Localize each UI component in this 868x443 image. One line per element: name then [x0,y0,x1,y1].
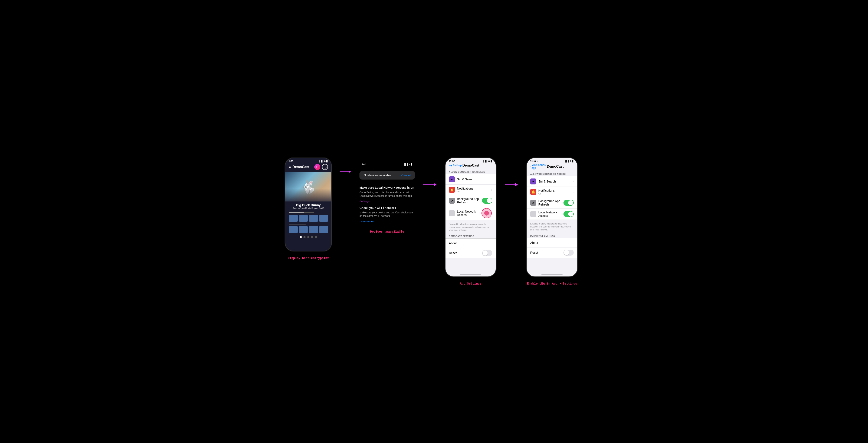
thumbnail-7[interactable] [309,226,318,233]
info-box: Make sure Local Network Access is on Go … [360,184,415,225]
step3: 11:57 ↑ ▐▐▐ ⊛ ▊ ‹ ◀ Settings DemoCast [445,158,496,285]
row-about-4[interactable]: About › [527,238,577,248]
section-allow-3: ALLOW DEMOCAST TO ACCESS [445,169,496,174]
hamburger-icon[interactable]: ≡ [289,165,291,169]
chevron-about-3: › [491,242,492,245]
reset-label-4: Reset [530,251,563,254]
row-content-siri-3: Siri & Search [457,178,491,181]
notifications-icon-4: 🔔 [530,189,536,195]
section-allow-4: ALLOW DEMOCAST TO ACCESS [527,171,577,176]
row-notifications-4[interactable]: 🔔 Notifications Off › [527,187,577,197]
lna-toggle-4[interactable] [563,211,574,217]
status-icons-dark: ▐▐▐ ⊛ ▊ [403,163,413,165]
wifi-dark: ⊛ [408,163,410,165]
learn-more-link[interactable]: Learn more [360,220,415,223]
back-button-4[interactable]: ‹ ◀ DemoCast app [530,164,547,169]
settings-list-allow-3: ✦ Siri & Search › 🔔 Notifications Off › [445,174,496,220]
lna-toggle-area-3[interactable] [481,209,492,218]
settings-list-democast-4: About › Reset [527,238,577,258]
iphone-democast: 9:41 ▐▐▐ ⊛ ▊ ≡ DemoCast ⊡ ◯ 🐇 [285,158,332,251]
back-chevron-4: ‹ [530,165,531,168]
bg-refresh-label-3: Background App Refresh [457,197,482,204]
reset-toggle-3[interactable] [482,250,492,256]
chevron-notif-4: › [572,190,574,194]
thumbnail-8[interactable] [319,226,328,233]
arrow-line-3 [505,184,515,185]
arrow-1 [340,170,351,173]
cancel-button[interactable]: Cancel [401,173,410,177]
status-icons-1: ▐▐▐ ⊛ ▊ [319,160,328,162]
status-icons-4: ▐▐▐ ⊛ ▊ [564,160,574,162]
row-content-bg-4: Background App Refresh [538,199,563,206]
arrow-3 [505,183,518,186]
dot-5[interactable] [315,236,317,238]
profile-icon[interactable]: ◯ [322,164,328,170]
status-left-3: 11:57 ↑ [449,160,457,162]
thumbnail-1[interactable] [289,215,298,222]
back-button-3[interactable]: ‹ ◀ Settings [449,164,462,167]
signal-icon: ▐▐▐ [319,160,323,162]
play-button[interactable]: ▶ [305,183,312,190]
time-2: 9:41 [362,163,366,165]
dot-1[interactable] [300,236,302,238]
settings-list-allow-4: ✦ Siri & Search › 🔔 Notifications Off › [527,176,577,220]
lna-label-3: Local Network Access [457,210,481,217]
cast-icon[interactable]: ⊡ [314,164,320,170]
siri-label-3: Siri & Search [457,178,491,181]
row-about-3[interactable]: About › [445,239,496,248]
settings-link[interactable]: Settings [360,199,415,203]
wifi-4: ⊛ [569,160,571,162]
reset-label-3: Reset [449,251,482,255]
thumbnail-5[interactable] [289,226,298,233]
row-reset-3[interactable]: Reset [445,248,496,258]
row-siri-3[interactable]: ✦ Siri & Search › [445,174,496,185]
chevron-notif-3: › [491,188,492,191]
bg-refresh-toggle-4[interactable] [563,200,574,206]
lna-icon-3 [449,210,455,216]
wifi-3: ⊛ [488,160,490,162]
wifi-icon: ⊛ [324,160,326,162]
section-bar [285,223,331,225]
thumbnail-3[interactable] [309,215,318,222]
siri-label-4: Siri & Search [538,180,572,183]
row-notifications-3[interactable]: 🔔 Notifications Off › [445,185,496,195]
dot-3[interactable] [307,236,309,238]
siri-icon-3: ✦ [449,176,455,182]
battery-icon: ▊ [326,160,328,162]
settings-nav-1: ‹ ◀ Settings DemoCast [445,163,496,169]
thumbnail-2[interactable] [299,215,308,222]
row-bg-refresh-4[interactable]: ⟳ Background App Refresh [527,197,577,209]
dot-4[interactable] [311,236,313,238]
row-content-lna-4: Local Network Access [538,211,563,217]
progress-bar[interactable] [289,212,314,213]
row-reset-4[interactable]: Reset [527,248,577,258]
app-title: DemoCast [292,165,314,169]
progress-fill [289,212,304,213]
arrow-line-1 [340,171,349,172]
reset-toggle-4[interactable] [563,250,574,256]
signal-4: ▐▐▐ [564,160,568,162]
chevron-siri-4: › [572,180,574,183]
notifications-sub-4: Off [538,192,572,195]
step2-label: Devices unavailable [370,230,404,233]
row-siri-4[interactable]: ✦ Siri & Search › [527,176,577,187]
nav-title-4: DemoCast [547,165,564,168]
row-lna-3[interactable]: Local Network Access [445,207,496,220]
app-header: ≡ DemoCast ⊡ ◯ [285,163,331,172]
progress-container [285,211,331,214]
back-chevron-3: ‹ [449,164,450,167]
step1: 9:41 ▐▐▐ ⊛ ▊ ≡ DemoCast ⊡ ◯ 🐇 [285,158,332,260]
status-bar-dark: 9:41 ▐▐▐ ⊛ ▊ [360,162,415,167]
row-bg-refresh-3[interactable]: ⟳ Background App Refresh [445,195,496,207]
nav-title-3: DemoCast [462,164,479,167]
step3-label: App Settings [460,282,482,285]
movie-title: Big Buck Bunny [289,203,328,207]
dot-2[interactable] [304,236,306,238]
row-lna-4[interactable]: Local Network Access [527,209,577,220]
thumbnail-4[interactable] [319,215,328,222]
thumbnail-6[interactable] [299,226,308,233]
bg-refresh-icon-3: ⟳ [449,198,455,203]
wifi-desc: Make sure your device and the Cast devic… [360,211,415,218]
bg-refresh-toggle-3[interactable] [482,198,492,203]
back-label-3: ◀ Settings [450,164,462,167]
